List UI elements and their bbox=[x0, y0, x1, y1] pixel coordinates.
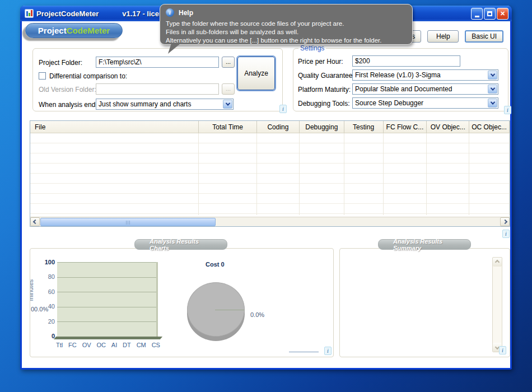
old-version-input bbox=[96, 83, 219, 95]
settings-group: Settings Price per Hour: Quality Guarant… bbox=[293, 48, 508, 111]
platform-dropdown-button[interactable] bbox=[488, 85, 497, 94]
charts-panel: minutes 100806040200 TtlFCOVOCAIDTCMCS C… bbox=[30, 248, 334, 357]
table-column-header[interactable]: FC Flow C... bbox=[384, 121, 427, 133]
bar-y-ticks: 100806040200 bbox=[35, 259, 55, 339]
maximize-button[interactable] bbox=[484, 8, 496, 20]
basic-ui-button[interactable]: Basic UI bbox=[465, 30, 503, 43]
y-tick-label: 60 bbox=[35, 288, 55, 295]
bar-chart-floor bbox=[54, 337, 162, 339]
tooltip-line: Files in all sub-folders will be analyze… bbox=[166, 28, 407, 36]
scroll-left-button[interactable] bbox=[30, 217, 40, 226]
help-tooltip: i Help Type the folder where the source … bbox=[160, 4, 413, 45]
minimize-button[interactable] bbox=[471, 8, 483, 20]
pie-label-right: 0.0% bbox=[250, 311, 264, 318]
desktop-background: ProjectCodeMeter v1.17 - licens ✕ Projec… bbox=[0, 0, 532, 392]
x-category-label: FC bbox=[68, 342, 77, 348]
table-body-column bbox=[257, 133, 300, 215]
x-category-label: CS bbox=[152, 342, 160, 348]
app-window: ProjectCodeMeter v1.17 - licens ✕ Projec… bbox=[20, 6, 512, 370]
quality-select[interactable]: First Release (v1.0) 3-Sigma bbox=[352, 69, 498, 81]
y-tick-label: 20 bbox=[35, 318, 55, 325]
help-button[interactable]: Help bbox=[427, 30, 459, 43]
info-icon[interactable]: i bbox=[504, 106, 511, 114]
price-input[interactable] bbox=[352, 55, 460, 67]
x-category-label: AI bbox=[111, 342, 117, 348]
debugging-label: Debugging Tools: bbox=[298, 100, 350, 108]
table-column-header[interactable]: OV Objec... bbox=[427, 121, 469, 133]
table-body[interactable] bbox=[30, 133, 510, 215]
vertical-scrollbar[interactable] bbox=[492, 257, 502, 352]
grip-icon bbox=[125, 221, 130, 225]
project-folder-browse-button[interactable]: ... bbox=[222, 57, 235, 68]
y-tick-label: 100 bbox=[35, 259, 55, 265]
bar-y-axis-label: minutes bbox=[30, 279, 34, 301]
table-body-column bbox=[469, 133, 510, 215]
minimize-icon bbox=[475, 16, 479, 17]
tab-analysis-results-summary[interactable]: Analysis Results Summary bbox=[378, 239, 471, 250]
settings-group-caption: Settings bbox=[298, 44, 326, 52]
chevron-right-icon bbox=[502, 220, 507, 224]
pie-label-left: 00.0% bbox=[31, 306, 48, 312]
analyze-button[interactable]: Analyze bbox=[237, 57, 275, 90]
table-column-header[interactable]: OC Objec... bbox=[469, 121, 510, 133]
differential-checkbox[interactable] bbox=[39, 72, 46, 80]
legend-line bbox=[289, 352, 319, 352]
y-tick-label: 80 bbox=[35, 273, 55, 280]
x-category-label: OV bbox=[82, 342, 91, 348]
pie-callout-line bbox=[215, 310, 244, 310]
debugging-select[interactable]: Source Step Debugger bbox=[352, 97, 498, 109]
info-icon[interactable]: i bbox=[499, 346, 506, 354]
info-icon[interactable]: i bbox=[279, 105, 287, 113]
table-body-column bbox=[344, 133, 384, 215]
table-column-header[interactable]: File bbox=[30, 121, 199, 133]
platform-select[interactable]: Popular Stable and Documented bbox=[352, 83, 498, 95]
close-button[interactable]: ✕ bbox=[497, 8, 508, 20]
old-version-browse-button: ... bbox=[222, 83, 235, 95]
logo-part1: Project bbox=[38, 26, 67, 35]
table-body-column bbox=[30, 133, 199, 215]
chevron-left-icon bbox=[32, 220, 37, 224]
bar-x-categories: TtlFCOVOCAIDTCMCS bbox=[56, 342, 160, 348]
info-icon[interactable]: i bbox=[502, 230, 510, 238]
tooltip-line: Alternatively you can use the [...] butt… bbox=[166, 36, 407, 45]
table-column-header[interactable]: Debugging bbox=[300, 121, 344, 133]
table-column-header[interactable]: Total Time bbox=[199, 121, 257, 133]
table-body-column bbox=[427, 133, 469, 215]
when-ends-value: Just show summary and charts bbox=[99, 100, 191, 108]
quality-value: First Release (v1.0) 3-Sigma bbox=[355, 71, 441, 79]
summary-panel: i bbox=[339, 248, 510, 357]
x-category-label: CM bbox=[137, 342, 146, 348]
quality-label: Quality Guarantee: bbox=[298, 72, 354, 80]
chevron-up-icon bbox=[495, 260, 500, 264]
quality-dropdown-button[interactable] bbox=[488, 71, 497, 80]
old-version-label: Old Version Folder: bbox=[39, 86, 96, 94]
when-ends-select[interactable]: Just show summary and charts bbox=[96, 99, 234, 110]
y-tick-label: 0 bbox=[35, 333, 55, 339]
x-category-label: Ttl bbox=[56, 342, 63, 348]
debugging-dropdown-button[interactable] bbox=[488, 99, 497, 108]
table-column-header[interactable]: Coding bbox=[257, 121, 300, 133]
table-header-row: FileTotal TimeCodingDebuggingTestingFC F… bbox=[30, 121, 510, 133]
tooltip-lines: Type the folder where the source code fi… bbox=[166, 20, 407, 45]
project-folder-input[interactable] bbox=[96, 57, 219, 68]
chevron-down-icon bbox=[225, 101, 230, 105]
table-body-column bbox=[384, 133, 427, 215]
info-ball-icon: i bbox=[166, 8, 174, 17]
scrollbar-thumb[interactable] bbox=[40, 218, 216, 226]
debugging-value: Source Step Debugger bbox=[355, 99, 423, 107]
tab-analysis-results-charts[interactable]: Analysis Results Charts bbox=[134, 239, 227, 250]
app-logo: ProjectCodeMeter bbox=[25, 23, 123, 38]
when-ends-dropdown-button[interactable] bbox=[223, 100, 232, 109]
horizontal-scrollbar[interactable] bbox=[30, 217, 510, 226]
table-body-column bbox=[199, 133, 257, 215]
tooltip-title: Help bbox=[179, 9, 193, 17]
maximize-icon bbox=[487, 11, 492, 16]
table-column-header[interactable]: Testing bbox=[344, 121, 384, 133]
x-category-label: DT bbox=[123, 342, 131, 348]
price-label: Price per Hour: bbox=[298, 58, 343, 66]
info-icon[interactable]: i bbox=[324, 347, 332, 355]
x-category-label: OC bbox=[96, 342, 106, 348]
scroll-right-button[interactable] bbox=[500, 217, 510, 226]
scroll-up-button[interactable] bbox=[493, 258, 502, 267]
project-folder-label: Project Folder: bbox=[39, 59, 82, 67]
